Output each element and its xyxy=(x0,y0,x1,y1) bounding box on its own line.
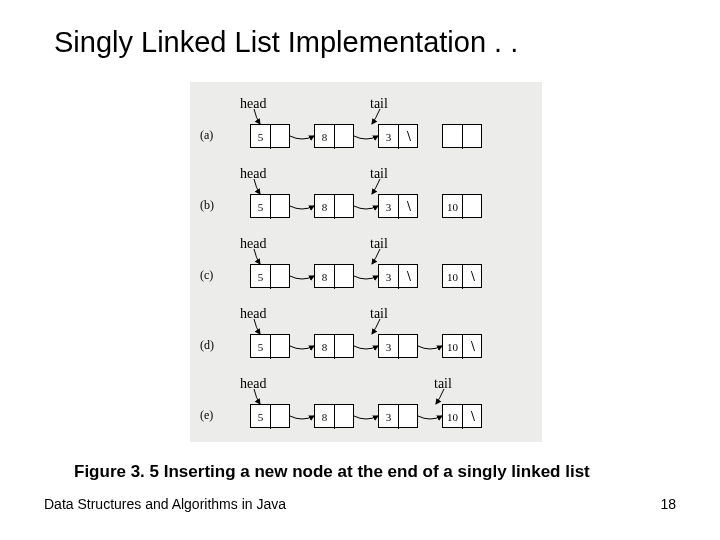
node-value: 10 xyxy=(443,195,463,219)
node-next: \ xyxy=(463,405,483,429)
node-next xyxy=(335,195,355,219)
head-label: head xyxy=(240,96,266,112)
page-title: Singly Linked List Implementation . . xyxy=(54,26,518,59)
node-value: 10 xyxy=(443,265,463,289)
node: 8 xyxy=(314,194,354,218)
node: 8 xyxy=(314,404,354,428)
node-next xyxy=(271,125,291,149)
node: 3\ xyxy=(378,124,418,148)
node-next xyxy=(399,335,419,359)
node xyxy=(442,124,482,148)
tail-label: tail xyxy=(370,96,388,112)
node: 10 xyxy=(442,194,482,218)
row-b-tag: (b) xyxy=(200,198,214,213)
node-next xyxy=(399,405,419,429)
row-a-tag: (a) xyxy=(200,128,213,143)
node-next: \ xyxy=(399,195,419,219)
row-d-tag: (d) xyxy=(200,338,214,353)
node-value: 10 xyxy=(443,405,463,429)
node: 10\ xyxy=(442,404,482,428)
node: 3 xyxy=(378,334,418,358)
row-c-tag: (c) xyxy=(200,268,213,283)
node-value: 8 xyxy=(315,405,335,429)
node-value: 10 xyxy=(443,335,463,359)
node-next xyxy=(271,265,291,289)
node-value xyxy=(443,125,463,149)
tail-label: tail xyxy=(370,236,388,252)
node-value: 8 xyxy=(315,195,335,219)
node: 5 xyxy=(250,264,290,288)
node-value: 8 xyxy=(315,265,335,289)
node-value: 8 xyxy=(315,335,335,359)
node-next xyxy=(335,265,355,289)
node-value: 3 xyxy=(379,335,399,359)
node: 5 xyxy=(250,194,290,218)
node-value: 3 xyxy=(379,265,399,289)
node: 8 xyxy=(314,334,354,358)
node: 5 xyxy=(250,334,290,358)
node-next xyxy=(335,405,355,429)
node-next: \ xyxy=(463,265,483,289)
node-value: 5 xyxy=(251,335,271,359)
node: 5 xyxy=(250,404,290,428)
node-next xyxy=(335,125,355,149)
node-value: 3 xyxy=(379,405,399,429)
head-label: head xyxy=(240,166,266,182)
node-value: 3 xyxy=(379,125,399,149)
footer-source: Data Structures and Algorithms in Java xyxy=(44,496,286,512)
head-label: head xyxy=(240,306,266,322)
node-next xyxy=(463,125,483,149)
node-next xyxy=(335,335,355,359)
node-next xyxy=(271,405,291,429)
node-next: \ xyxy=(463,335,483,359)
node: 3\ xyxy=(378,264,418,288)
node-value: 8 xyxy=(315,125,335,149)
node-value: 5 xyxy=(251,125,271,149)
node: 10\ xyxy=(442,334,482,358)
node-next xyxy=(463,195,483,219)
node: 8 xyxy=(314,264,354,288)
node-next xyxy=(271,195,291,219)
page-number: 18 xyxy=(660,496,676,512)
diagram-panel: (a) head tail 5 8 3\ (b) head tail 5 8 3… xyxy=(190,82,542,442)
tail-label: tail xyxy=(370,306,388,322)
row-e-tag: (e) xyxy=(200,408,213,423)
tail-label: tail xyxy=(434,376,452,392)
figure-caption: Figure 3. 5 Inserting a new node at the … xyxy=(74,462,590,482)
node-next: \ xyxy=(399,125,419,149)
node: 5 xyxy=(250,124,290,148)
head-label: head xyxy=(240,376,266,392)
node-value: 3 xyxy=(379,195,399,219)
node: 3\ xyxy=(378,194,418,218)
node-value: 5 xyxy=(251,405,271,429)
node: 3 xyxy=(378,404,418,428)
node-value: 5 xyxy=(251,265,271,289)
node: 8 xyxy=(314,124,354,148)
node-value: 5 xyxy=(251,195,271,219)
head-label: head xyxy=(240,236,266,252)
node-next xyxy=(271,335,291,359)
tail-label: tail xyxy=(370,166,388,182)
node-next: \ xyxy=(399,265,419,289)
node: 10\ xyxy=(442,264,482,288)
